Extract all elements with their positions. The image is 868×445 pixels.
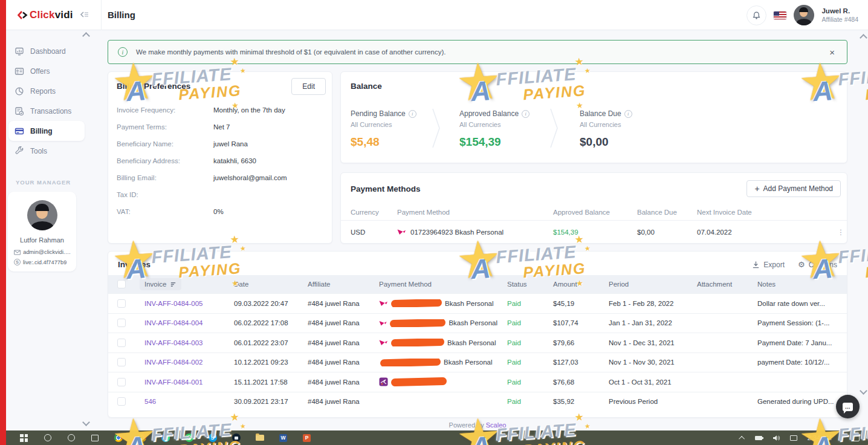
sidebar-item-billing[interactable]: Billing	[8, 121, 85, 141]
tools-icon	[15, 146, 24, 156]
user-identity[interactable]: Juwel R. Affiliate #484	[821, 7, 858, 24]
main-scroll-down-icon[interactable]	[860, 387, 867, 395]
scaleo-link[interactable]: Scaleo	[486, 421, 507, 429]
manager-skype-row[interactable]: S live:.cid.4f7477b9	[11, 259, 73, 265]
billing-preferences-card: Billing Preferences Edit Invoice Frequen…	[108, 71, 332, 244]
chat-widget-button[interactable]: …	[836, 395, 860, 418]
sidebar-item-offers[interactable]: Offers	[6, 61, 86, 81]
cell-method: Bkash Personal	[447, 339, 496, 346]
invoice-link[interactable]: INV-AFF-0484-003	[144, 339, 203, 346]
sidebar-item-label: Offers	[30, 67, 50, 76]
sidebar-collapse-icon[interactable]	[79, 10, 89, 22]
office-app-icon[interactable]: P	[302, 434, 311, 443]
pm-currency: USD	[341, 229, 387, 236]
sidebar-item-reports[interactable]: Reports	[6, 81, 86, 101]
row-checkbox[interactable]	[117, 378, 126, 386]
invoice-row[interactable]: INV-AFF-0484-003 06.01.2022 23:07 #484 j…	[108, 333, 847, 352]
battery-icon[interactable]	[755, 436, 762, 440]
clickvidi-logo[interactable]: Clickvidi	[17, 9, 73, 21]
cell-method: Bkash Personal	[449, 319, 497, 326]
invoice-row[interactable]: INV-AFF-0484-002 10.12.2021 09:23 #484 j…	[108, 352, 847, 372]
info-icon[interactable]: i	[624, 110, 632, 118]
add-payment-method-label: Add Payment Method	[763, 184, 833, 193]
pref-value: Monthly, on the 7th day	[213, 106, 285, 114]
manager-email-row[interactable]: admin@clickvidi.co...	[11, 249, 73, 255]
invoice-link[interactable]: INV-AFF-0484-001	[144, 378, 203, 386]
word-icon[interactable]: W	[279, 434, 288, 443]
clock[interactable]: 2:34 AM	[808, 434, 832, 441]
manager-avatar	[27, 200, 57, 230]
row-menu-kebab-icon[interactable]: ⋮	[825, 228, 847, 236]
sidebar-item-transactions[interactable]: Transactions	[6, 101, 86, 121]
invoice-link[interactable]: INV-AFF-0484-002	[144, 359, 203, 366]
dark-app-icon[interactable]	[232, 434, 241, 443]
select-all-checkbox[interactable]	[117, 280, 126, 288]
whatsapp-icon[interactable]	[184, 434, 193, 443]
powered-by-footer: Powered by Scaleo	[108, 421, 847, 429]
cell-date: 30.09.2021 23:17	[224, 398, 298, 405]
edge-icon[interactable]	[161, 434, 170, 443]
plus-icon: +	[754, 184, 759, 193]
network-icon[interactable]	[790, 435, 797, 441]
cell-amount: $76,68	[543, 378, 599, 386]
row-checkbox[interactable]	[117, 358, 126, 366]
task-view-icon[interactable]	[90, 434, 99, 443]
cell-notes: payment Date: 10/12/...	[748, 359, 847, 366]
chrome-icon[interactable]	[114, 434, 123, 443]
user-role: Affiliate #484	[821, 16, 858, 24]
row-checkbox[interactable]	[117, 397, 126, 406]
start-button[interactable]	[19, 434, 28, 443]
powered-by-text: Powered by	[449, 421, 484, 429]
balance-label: Balance Due	[580, 109, 621, 118]
invoice-sort-header[interactable]: Invoice	[140, 278, 181, 290]
user-avatar[interactable]	[794, 5, 814, 25]
main-scroll-up-icon[interactable]	[860, 34, 867, 42]
search-icon[interactable]	[43, 434, 52, 443]
columns-button[interactable]: ⚙ Columns	[798, 260, 837, 269]
info-icon[interactable]: i	[409, 110, 416, 118]
screen-left-red-stripe	[0, 0, 6, 445]
action-center-icon[interactable]	[852, 434, 860, 441]
chrome-icon[interactable]	[137, 434, 146, 443]
billing-icon	[15, 126, 24, 136]
language-flag-us[interactable]	[774, 11, 786, 19]
cell-period: Feb 1 - Feb 28, 2022	[599, 300, 687, 307]
balance-sublabel: All Currencies	[459, 121, 549, 128]
invoice-link[interactable]: INV-AFF-0484-004	[144, 319, 203, 326]
divider-chevron	[432, 107, 441, 149]
skype-icon[interactable]: S	[208, 434, 217, 443]
col-period: Period	[599, 281, 687, 288]
row-checkbox[interactable]	[117, 339, 126, 347]
row-checkbox[interactable]	[117, 319, 126, 327]
invoice-row[interactable]: INV-AFF-0484-004 06.02.2022 17:08 #484 j…	[108, 313, 847, 333]
invoice-link[interactable]: 546	[144, 398, 156, 405]
redaction-scribble	[391, 299, 442, 307]
add-payment-method-button[interactable]: + Add Payment Method	[747, 180, 841, 197]
row-checkbox[interactable]	[117, 299, 126, 308]
export-label: Export	[763, 261, 785, 269]
edit-button[interactable]: Edit	[291, 78, 326, 95]
notifications-button[interactable]	[747, 5, 766, 25]
export-button[interactable]: Export	[752, 261, 785, 269]
cell-status: Paid	[497, 339, 543, 346]
invoice-row[interactable]: 546 30.09.2021 23:17 #484 juwel Rana Pai…	[108, 392, 847, 412]
invoices-title: Invoices	[118, 260, 151, 269]
pref-label: Beneficiary Address:	[117, 157, 213, 164]
payments-info-banner: i We make monthly payments with minimal …	[108, 40, 847, 64]
pref-value: katakhli, 6630	[213, 157, 256, 164]
invoice-row[interactable]: INV-AFF-0484-001 15.11.2021 17:58 #484 j…	[108, 372, 847, 392]
info-icon[interactable]: i	[522, 110, 530, 118]
invoice-row[interactable]: INV-AFF-0484-005 09.03.2022 20:47 #484 j…	[108, 293, 847, 313]
sidebar-item-dashboard[interactable]: Dashboard	[6, 41, 86, 61]
tray-expand-icon[interactable]	[739, 435, 745, 441]
payment-method-row[interactable]: USD 01723964923 Bkash Personal $154,39 $…	[341, 220, 847, 243]
cortana-icon[interactable]	[66, 434, 76, 443]
invoice-link[interactable]: INV-AFF-0484-005	[144, 300, 203, 307]
file-explorer-icon[interactable]	[255, 434, 264, 443]
banner-close-icon[interactable]: ×	[827, 46, 837, 59]
volume-icon[interactable]	[772, 435, 780, 441]
sidebar-item-tools[interactable]: Tools	[6, 141, 86, 161]
col-attachment: Attachment	[687, 281, 748, 288]
payment-methods-card: Payment Methods + Add Payment Method Cur…	[340, 172, 847, 244]
col-status: Status	[497, 281, 543, 288]
